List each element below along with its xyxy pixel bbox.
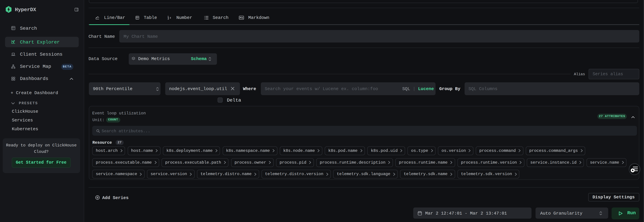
svg-text:1: 1	[168, 15, 169, 18]
svg-text:3: 3	[170, 16, 171, 19]
svg-text:2: 2	[168, 17, 169, 20]
